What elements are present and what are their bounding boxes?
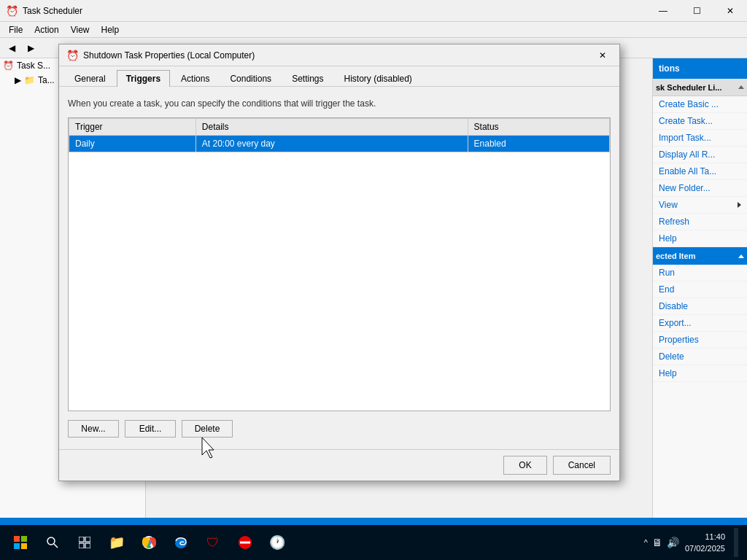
new-trigger-button[interactable]: New... — [68, 420, 119, 438]
tray-audio-icon: 🔊 — [667, 537, 679, 548]
triggers-table-container[interactable]: Trigger Details Status DailyAt 20:00 eve… — [68, 117, 611, 411]
delete-trigger-button[interactable]: Delete — [182, 420, 233, 438]
svg-rect-4 — [21, 543, 27, 549]
taskbar-task-scheduler[interactable]: 🕐 — [263, 528, 292, 557]
selected-item-header: ected Item — [653, 247, 747, 265]
taskbar-left: 📁 🛡 — [0, 528, 292, 557]
action-new-folder[interactable]: New Folder... — [653, 180, 747, 197]
cancel-button[interactable]: Cancel — [553, 456, 611, 475]
tab-general[interactable]: General — [65, 70, 115, 87]
action-export[interactable]: Export... — [653, 315, 747, 332]
ok-button[interactable]: OK — [503, 456, 546, 475]
action-end[interactable]: End — [653, 281, 747, 298]
close-button[interactable]: ✕ — [713, 0, 747, 22]
minimize-button[interactable]: — — [646, 0, 680, 22]
show-desktop-button[interactable] — [734, 528, 738, 557]
start-button[interactable] — [6, 528, 35, 557]
task-view-button[interactable] — [70, 528, 99, 557]
maximize-button[interactable]: ☐ — [680, 0, 713, 22]
tree-label-taskscheduler: Task S... — [17, 61, 50, 71]
desktop: ⏰ Task Scheduler — ☐ ✕ File Action View … — [0, 0, 747, 560]
action-display-all[interactable]: Display All R... — [653, 147, 747, 163]
action-enable-all[interactable]: Enable All Ta... — [653, 163, 747, 180]
svg-rect-3 — [14, 543, 20, 549]
search-button[interactable] — [38, 528, 67, 557]
prohibited-icon — [238, 535, 252, 550]
col-details: Details — [196, 119, 468, 136]
system-clock[interactable]: 11:40 07/02/2025 — [685, 531, 728, 555]
action-new-folder-label: New Folder... — [659, 183, 711, 193]
tab-settings[interactable]: Settings — [282, 70, 333, 87]
edge-icon — [174, 535, 188, 550]
svg-rect-10 — [85, 543, 90, 548]
dialog-title-text: Shutdown Task Properties (Local Computer… — [83, 50, 255, 61]
action-disable-label: Disable — [659, 301, 688, 311]
taskbar-security[interactable]: 🛡 — [198, 528, 228, 557]
svg-line-6 — [54, 544, 58, 548]
dialog-content: When you create a task, you can specify … — [59, 87, 619, 449]
back-button[interactable]: ◀ — [3, 40, 20, 56]
menu-file[interactable]: File — [3, 23, 28, 36]
action-export-label: Export... — [659, 318, 692, 328]
selected-item-text: ected Item — [656, 252, 695, 260]
selected-item-chevron — [738, 254, 744, 258]
action-help-label: Help — [659, 233, 677, 244]
tab-triggers[interactable]: Triggers — [117, 70, 170, 87]
action-refresh[interactable]: Refresh — [653, 214, 747, 230]
table-row[interactable]: DailyAt 20:00 every dayEnabled — [69, 136, 610, 152]
svg-rect-7 — [79, 537, 84, 542]
clock-date: 07/02/2025 — [685, 542, 725, 555]
dialog-title-icon: ⏰ — [66, 50, 79, 61]
action-help[interactable]: Help — [653, 230, 747, 247]
action-create-basic-label: Create Basic ... — [659, 99, 719, 109]
action-import-task[interactable]: Import Task... — [653, 130, 747, 147]
forward-button[interactable]: ▶ — [22, 40, 39, 56]
scheduler-section-chevron-up — [738, 85, 744, 89]
taskbar-app1[interactable] — [231, 528, 260, 557]
task-properties-dialog: ⏰ Shutdown Task Properties (Local Comput… — [58, 44, 620, 481]
action-properties-label: Properties — [659, 335, 699, 345]
col-trigger: Trigger — [69, 119, 196, 136]
action-run[interactable]: Run — [653, 265, 747, 281]
col-status: Status — [468, 119, 609, 136]
svg-rect-8 — [85, 537, 90, 542]
dialog-tabs: General Triggers Actions Conditions Sett… — [59, 66, 619, 87]
tree-icon-task: 📁 — [24, 75, 35, 85]
action-disable[interactable]: Disable — [653, 298, 747, 315]
menu-help[interactable]: Help — [96, 23, 125, 36]
action-view-label: View — [659, 200, 678, 210]
tray-monitor-icon: 🖥 — [652, 537, 662, 548]
tab-actions[interactable]: Actions — [171, 70, 219, 87]
chrome-icon — [142, 535, 156, 550]
action-display-all-label: Display All R... — [659, 149, 715, 160]
tab-conditions[interactable]: Conditions — [220, 70, 281, 87]
search-icon — [47, 537, 58, 548]
cell-trigger: Daily — [69, 136, 196, 152]
tree-icon-taskscheduler: ⏰ — [3, 61, 14, 71]
tray-up-arrow[interactable]: ^ — [644, 538, 648, 547]
action-create-task[interactable]: Create Task... — [653, 113, 747, 130]
dialog-title-bar: ⏰ Shutdown Task Properties (Local Comput… — [59, 44, 619, 66]
action-view[interactable]: View — [653, 197, 747, 214]
dialog-description: When you create a task, you can specify … — [68, 96, 611, 112]
svg-rect-2 — [21, 536, 27, 542]
dialog-buttons-row: New... Edit... Delete — [68, 417, 611, 440]
edit-trigger-button[interactable]: Edit... — [125, 420, 176, 438]
actions-header: tions — [653, 58, 747, 79]
dialog-close-button[interactable]: ✕ — [586, 44, 619, 66]
taskbar-edge[interactable] — [166, 528, 196, 557]
menu-action[interactable]: Action — [28, 23, 64, 36]
action-create-basic[interactable]: Create Basic ... — [653, 96, 747, 113]
taskbar-file-explorer[interactable]: 📁 — [102, 528, 131, 557]
action-help-selected[interactable]: Help — [653, 365, 747, 382]
action-delete-selected[interactable]: Delete — [653, 349, 747, 365]
title-bar-controls: — ☐ ✕ — [646, 0, 747, 22]
action-properties[interactable]: Properties — [653, 332, 747, 349]
taskview-icon — [79, 537, 90, 548]
actions-header-text: tions — [659, 63, 680, 74]
cell-details: At 20:00 every day — [196, 136, 468, 152]
tab-history[interactable]: History (disabled) — [334, 70, 421, 87]
taskbar-chrome[interactable] — [134, 528, 163, 557]
title-bar: ⏰ Task Scheduler — ☐ ✕ — [0, 0, 747, 22]
menu-view[interactable]: View — [65, 23, 96, 36]
